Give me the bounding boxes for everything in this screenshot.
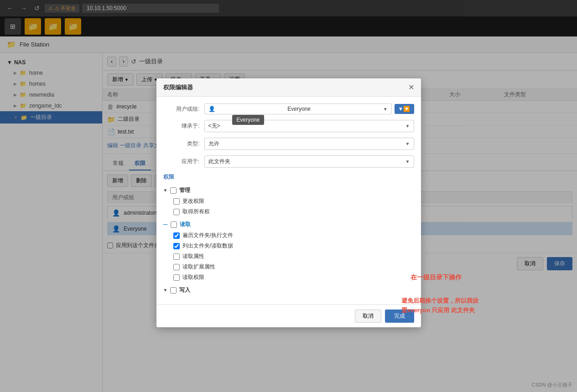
modal-permissions-label: 权限 [163,173,414,181]
user-group-label: 用户或组: [163,105,200,113]
change-perms-checkbox[interactable] [173,198,180,205]
admin-collapse-icon: ▼ [163,188,168,193]
perm-write-header[interactable]: ▼ 写入 [163,284,414,296]
modal-cancel-button[interactable]: 取消 [355,309,381,323]
apply-to-control: 此文件夹 ▼ [204,155,414,168]
read-ext-attr-checkbox[interactable] [173,264,180,270]
user-group-dropdown-icon: ▼ [383,107,388,112]
modal-overlay: 权限编辑器 ✕ 用户或组: 👤 Everyone ▼ Everyone [0,0,577,392]
read-checkbox[interactable] [171,222,177,228]
write-collapse-icon: ▼ [163,288,168,293]
type-value: 允许 [208,140,219,148]
user-group-control: 👤 Everyone ▼ Everyone ▼🔽 [204,103,414,114]
apply-to-select[interactable]: 此文件夹 ▼ [204,155,414,168]
read-collapse-icon: — [163,222,168,227]
read-attr-checkbox[interactable] [173,253,180,260]
change-perms-label: 更改权限 [182,197,204,205]
perm-item-change-perms: 更改权限 [163,196,414,206]
read-attr-label: 读取属性 [182,253,204,260]
list-checkbox[interactable] [173,243,180,249]
modal-header: 权限编辑器 ✕ [156,78,421,97]
apply-to-value: 此文件夹 [208,158,230,165]
user-group-row: 用户或组: 👤 Everyone ▼ Everyone ▼🔽 [163,103,414,114]
perm-item-read-attr: 读取属性 [163,251,414,262]
read-perms-label: 读取权限 [182,273,204,281]
perm-section-admin: ▼ 管理 更改权限 取得所有权 [163,185,414,217]
filter-button[interactable]: ▼🔽 [395,104,414,114]
type-dropdown-icon: ▼ [405,141,410,146]
user-group-select[interactable]: 👤 Everyone ▼ Everyone [204,103,392,114]
take-ownership-label: 取得所有权 [182,208,210,216]
admin-label: 管理 [179,186,190,194]
perm-section-write: ▼ 写入 [163,284,414,296]
tooltip-everyone: Everyone [232,115,265,125]
perm-item-read-perms: 读取权限 [163,272,414,283]
apply-to-row: 应用于: 此文件夹 ▼ [163,155,414,168]
write-label: 写入 [179,286,190,294]
perm-item-read-ext-attr: 读取扩展属性 [163,262,414,272]
user-group-value: Everyone [287,106,311,112]
read-label: 读取 [180,221,191,228]
inherit-row: 继承于: <无> ▼ [163,120,414,132]
modal-dialog: 权限编辑器 ✕ 用户或组: 👤 Everyone ▼ Everyone [156,78,421,327]
type-row: 类型: 允许 ▼ [163,138,414,150]
apply-to-label: 应用于: [163,158,200,165]
inherit-dropdown-icon: ▼ [405,124,410,129]
inherit-value: <无> [208,122,220,130]
perm-admin-header[interactable]: ▼ 管理 [163,185,414,196]
perm-item-list: 列出文件夹/读取数据 [163,241,414,251]
inherit-label: 继承于: [163,122,200,130]
type-label: 类型: [163,140,200,148]
modal-title: 权限编辑器 [163,83,193,92]
write-checkbox[interactable] [170,287,177,294]
traverse-checkbox[interactable] [173,232,180,239]
modal-footer: 取消 完成 [156,304,421,327]
perm-section-read: — 读取 遍历文件夹/执行文件 列出文件夹/读取数据 读取属性 [163,219,414,283]
type-control: 允许 ▼ [204,138,414,150]
read-perms-checkbox[interactable] [173,274,180,281]
perm-item-take-ownership: 取得所有权 [163,206,414,217]
read-ext-attr-label: 读取扩展属性 [182,263,215,271]
perm-read-header[interactable]: — 读取 [163,219,414,230]
tooltip-text: Everyone [237,117,260,123]
perm-item-traverse: 遍历文件夹/执行文件 [163,230,414,241]
modal-close-button[interactable]: ✕ [408,83,414,92]
traverse-label: 遍历文件夹/执行文件 [182,232,233,239]
admin-checkbox[interactable] [170,187,177,194]
take-ownership-checkbox[interactable] [173,209,180,215]
user-icon-sm: 👤 [208,106,215,112]
modal-body: 用户或组: 👤 Everyone ▼ Everyone ▼🔽 [156,97,421,304]
list-label: 列出文件夹/读取数据 [182,242,233,250]
modal-finish-button[interactable]: 完成 [385,309,414,323]
type-select[interactable]: 允许 ▼ [204,138,414,150]
apply-to-dropdown-icon: ▼ [405,159,410,164]
